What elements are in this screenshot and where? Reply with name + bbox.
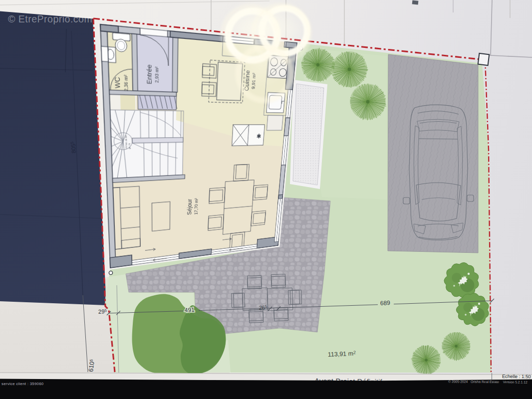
svg-text:14 mar. de 18: 14 mar. de 18 xyxy=(125,136,128,149)
svg-text:17,70 m²: 17,70 m² xyxy=(193,198,199,215)
svg-text:✱: ✱ xyxy=(256,133,262,140)
svg-text:gir. 21: gir. 21 xyxy=(128,143,131,149)
svg-text:2,36 m²: 2,36 m² xyxy=(123,74,129,91)
svg-text:Séjour: Séjour xyxy=(186,199,193,215)
svg-text:Entrée: Entrée xyxy=(145,64,153,84)
svg-text:2,93 m²: 2,93 m² xyxy=(154,66,159,83)
svg-text:WC: WC xyxy=(113,77,122,88)
